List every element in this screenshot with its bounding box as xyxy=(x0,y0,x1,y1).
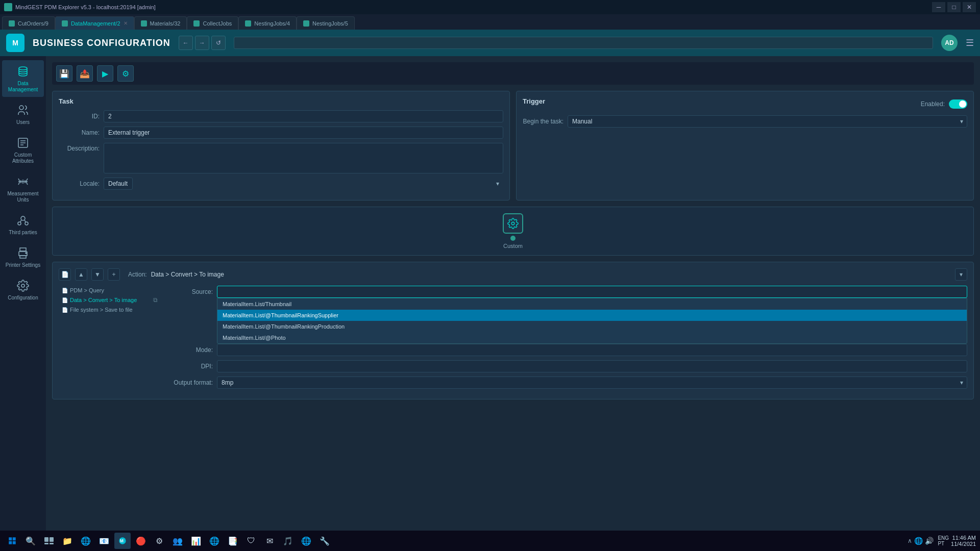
sidebar-item-third-parties[interactable]: Third parties xyxy=(2,209,44,240)
maximize-button[interactable]: □ xyxy=(947,2,961,12)
sidebar-item-data-management[interactable]: Data Management xyxy=(2,60,44,97)
mindgest-button[interactable]: M xyxy=(114,533,131,549)
breadcrumb-label-1: Data > Convert > To image xyxy=(70,297,137,303)
search-taskbar-button[interactable]: 🔍 xyxy=(22,533,39,549)
dropdown-item-supplier[interactable]: MaterialItem.List/@ThumbnailRankingSuppl… xyxy=(217,310,967,321)
begin-task-select-wrapper: Manual xyxy=(568,115,967,128)
breadcrumb-item-pdm-query[interactable]: 📄 PDM > Query xyxy=(59,286,161,295)
mode-field[interactable] xyxy=(217,344,967,356)
copy-icon[interactable]: ⧉ xyxy=(153,296,158,304)
powerpoint-button[interactable]: 📑 xyxy=(225,533,241,549)
title-bar-text: MindGEST PDM Explorer v5.3 - localhost:2… xyxy=(15,4,156,10)
sidebar-label-data-management: Data Management xyxy=(4,81,42,93)
task-view-button[interactable] xyxy=(41,533,57,549)
minimize-button[interactable]: ─ xyxy=(932,2,945,12)
tab-label-datamanagement: DataManagement/2 xyxy=(71,20,120,27)
sidebar-item-custom-attributes[interactable]: Custom Attributes xyxy=(2,132,44,168)
trigger-header: Trigger Enabled: xyxy=(523,97,967,110)
tab-datamanagement[interactable]: DataManagement/2 ✕ xyxy=(55,16,134,30)
database-icon xyxy=(16,64,30,79)
add-action-button[interactable]: + xyxy=(108,268,120,281)
browser2-button[interactable]: 🌐 xyxy=(206,533,223,549)
breadcrumb-label-0: PDM > Query xyxy=(70,287,104,293)
dpi-row: DPI: xyxy=(167,360,967,372)
export-button[interactable]: 📤 xyxy=(77,65,93,82)
source-input[interactable] xyxy=(217,286,967,298)
tab-cutorders[interactable]: CutOrders/9 xyxy=(2,16,55,30)
tab-nestingjobs5[interactable]: NestingJobs/5 xyxy=(297,16,355,30)
svg-line-12 xyxy=(20,220,21,222)
ie-button[interactable]: 🌐 xyxy=(298,533,314,549)
back-button[interactable]: ← xyxy=(179,36,193,50)
chevron-up-icon[interactable]: ∧ xyxy=(908,537,912,544)
mail-button[interactable]: ✉ xyxy=(261,533,278,549)
tab-nestingjobs4[interactable]: NestingJobs/4 xyxy=(238,16,297,30)
hamburger-menu[interactable]: ☰ xyxy=(966,37,974,48)
description-field[interactable] xyxy=(104,143,503,173)
locale-row: Locale: Default xyxy=(59,178,503,190)
title-bar-left: MindGEST PDM Explorer v5.3 - localhost:2… xyxy=(4,3,156,11)
forward-button[interactable]: → xyxy=(195,36,209,50)
network-icon[interactable]: 🌐 xyxy=(914,537,923,545)
run-button[interactable]: ▶ xyxy=(97,65,113,82)
breadcrumb-item-data-convert[interactable]: 📄 Data > Convert > To image ⧉ xyxy=(59,295,161,305)
app-logo: M xyxy=(6,34,24,52)
name-label: Name: xyxy=(59,129,100,136)
locale-select-wrapper: Default xyxy=(104,178,503,190)
outlook-button[interactable]: 📧 xyxy=(96,533,112,549)
tab-icon-nestingjobs4 xyxy=(245,20,251,27)
security-button[interactable]: 🛡 xyxy=(243,533,259,549)
excel-button[interactable]: 📊 xyxy=(188,533,204,549)
breadcrumb-item-file-save[interactable]: 📄 File system > Save to file xyxy=(59,305,161,314)
begin-task-row: Begin the task: Manual xyxy=(523,115,967,128)
output-format-select[interactable]: 8mp 16mp 32mp xyxy=(217,377,967,389)
user-avatar[interactable]: AD xyxy=(941,35,958,51)
chrome-button[interactable]: 🌐 xyxy=(78,533,94,549)
name-field[interactable] xyxy=(104,127,503,139)
language-indicator[interactable]: ENGPT xyxy=(938,535,949,546)
volume-icon[interactable]: 🔊 xyxy=(925,537,934,545)
dropdown-item-production[interactable]: MaterialItem.List/@ThumbnailRankingProdu… xyxy=(217,321,967,332)
sort-desc-button[interactable]: ▼ xyxy=(91,268,104,281)
tab-label-collectjobs: CollectJobs xyxy=(203,20,232,27)
start-button[interactable] xyxy=(4,533,20,549)
dpi-field[interactable] xyxy=(217,360,967,372)
tab-close-datamanagement[interactable]: ✕ xyxy=(124,20,128,26)
dropdown-item-photo[interactable]: MaterialItem.List/@Photo xyxy=(217,332,967,343)
clock[interactable]: 11:46 AM 11/4/2021 xyxy=(951,535,976,547)
close-button[interactable]: ✕ xyxy=(963,2,976,12)
sidebar-item-configuration[interactable]: Configuration xyxy=(2,274,44,305)
nav-arrows: ← → ↺ xyxy=(179,36,226,50)
id-field[interactable] xyxy=(104,110,503,122)
settings-taskbar-button[interactable]: ⚙ xyxy=(151,533,167,549)
action-dropdown-button[interactable]: ▾ xyxy=(955,268,967,281)
begin-task-select[interactable]: Manual xyxy=(568,115,967,128)
music-button[interactable]: 🎵 xyxy=(280,533,296,549)
breadcrumb-icon-1: 📄 xyxy=(62,297,68,303)
teams-button[interactable]: 👥 xyxy=(169,533,186,549)
name-row: Name: xyxy=(59,127,503,139)
language-clock-group: ENGPT 11:46 AM 11/4/2021 xyxy=(938,535,976,547)
adobe-button[interactable]: 🔴 xyxy=(133,533,149,549)
action-panel: 📄 ▲ ▼ + Action: Data > Convert > To imag… xyxy=(52,262,974,399)
custom-node-icon[interactable] xyxy=(503,213,523,234)
dropdown-item-thumbnail[interactable]: MaterialItem.List/Thumbnail xyxy=(217,298,967,310)
file-explorer-button[interactable]: 📁 xyxy=(59,533,76,549)
sort-asc-button[interactable]: ▲ xyxy=(75,268,87,281)
save-button[interactable]: 💾 xyxy=(56,65,72,82)
settings-button[interactable]: ⚙ xyxy=(117,65,134,82)
tab-label-nestingjobs5: NestingJobs/5 xyxy=(312,20,348,27)
enabled-toggle[interactable] xyxy=(949,99,967,109)
sidebar-item-printer-settings[interactable]: Printer Settings xyxy=(2,242,44,272)
refresh-button[interactable]: ↺ xyxy=(211,36,226,50)
tab-materials[interactable]: Materials/32 xyxy=(134,16,187,30)
app-button[interactable]: 🔧 xyxy=(316,533,333,549)
tab-collectjobs[interactable]: CollectJobs xyxy=(187,16,238,30)
sidebar-item-users[interactable]: Users xyxy=(2,99,44,130)
locale-select[interactable]: Default xyxy=(104,178,133,190)
url-bar[interactable]: BusinessConfiguration/DataManagement/2 xyxy=(234,37,933,49)
svg-rect-20 xyxy=(13,537,16,540)
sidebar-item-measurement-units[interactable]: Measurement Units xyxy=(2,170,44,207)
svg-rect-21 xyxy=(9,541,12,544)
taskbar-left: 🔍 📁 🌐 📧 M 🔴 ⚙ 👥 📊 🌐 📑 🛡 ✉ 🎵 🌐 � xyxy=(4,533,333,549)
